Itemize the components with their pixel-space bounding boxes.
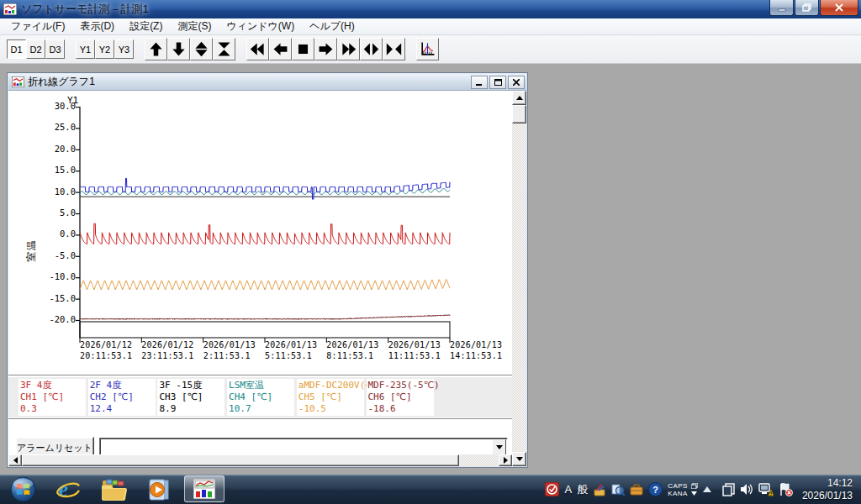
- y-tick-label: 0.0: [32, 228, 76, 239]
- show-hidden-icons-button[interactable]: [703, 486, 711, 492]
- expand-horizontal-button[interactable]: [360, 38, 383, 60]
- y-tick-label: 5.0: [32, 207, 76, 218]
- menu-item-1[interactable]: 表示(D): [72, 18, 122, 35]
- channel-id: CH6 [℃]: [368, 391, 432, 403]
- ime-tools-icon[interactable]: [593, 483, 606, 496]
- close-button[interactable]: [820, 0, 858, 16]
- graph-view-button[interactable]: [416, 38, 439, 60]
- d-button-d2[interactable]: D2: [26, 39, 45, 59]
- vscroll-up-button[interactable]: [512, 91, 526, 105]
- clock[interactable]: 14:12 2026/01/13: [802, 477, 853, 502]
- y-button-y3[interactable]: Y3: [114, 39, 134, 59]
- start-button[interactable]: [0, 475, 45, 504]
- stop-button[interactable]: [292, 38, 314, 60]
- d-button-d1[interactable]: D1: [7, 39, 26, 59]
- system-tray: A 般 ? CAPS KANA: [542, 475, 861, 504]
- rewind-button[interactable]: [246, 38, 269, 60]
- step-left-button[interactable]: [269, 38, 292, 60]
- taskbar-item-thermo-app-active[interactable]: [182, 475, 227, 504]
- compress-vertical-button[interactable]: [213, 38, 235, 60]
- x-tick-label: 2026/01/1220:11:53.1: [80, 339, 132, 361]
- toolbar: D1D2D3 Y1Y2Y3: [0, 35, 861, 64]
- graph-close-button[interactable]: [508, 76, 525, 89]
- vscroll-down-button[interactable]: [512, 452, 526, 466]
- channel-value: -18.6: [368, 403, 432, 415]
- graph-maximize-button[interactable]: [489, 76, 506, 89]
- channel-cell-3[interactable]: 3F -15度CH3 [℃]8.9: [157, 379, 224, 416]
- hscroll-thumb[interactable]: [22, 454, 459, 466]
- x-tick-label: 2026/01/1311:11:53.1: [388, 339, 441, 361]
- internet-explorer-icon: e: [55, 478, 81, 501]
- channel-panel: 3F 4度CH1 [℃]0.32F 4度CH2 [℃]12.43F -15度CH…: [8, 377, 512, 417]
- series-ch5: [80, 280, 450, 290]
- taskbar-item-media-player[interactable]: [136, 475, 182, 504]
- graph-window: 折れ線グラフ1 Y1 室温 30.025.020.015.010.05.00.0…: [7, 72, 528, 468]
- minimize-button[interactable]: [769, 0, 794, 16]
- ime-status-block[interactable]: CAPS KANA: [668, 482, 698, 497]
- y-tick-label: -10.0: [32, 271, 76, 281]
- x-tick-label: 2026/01/1314:11:53.1: [450, 339, 502, 361]
- menu-bar: ファイル(F)表示(D)設定(Z)測定(S)ウィンドウ(W)ヘルプ(H): [0, 18, 861, 35]
- toolbox-icon[interactable]: [630, 484, 643, 496]
- channel-id: CH4 [℃]: [229, 391, 293, 403]
- up-arrow-icon: [516, 96, 523, 100]
- menu-item-2[interactable]: 設定(Z): [122, 18, 170, 35]
- channel-cell-2[interactable]: 2F 4度CH2 [℃]12.4: [88, 379, 156, 416]
- restore-button[interactable]: [795, 0, 819, 16]
- vscroll-thumb[interactable]: [512, 105, 526, 123]
- x-tick-label: 2026/01/135:11:53.1: [265, 339, 317, 361]
- channel-value: 0.3: [20, 403, 84, 415]
- channel-id: CH5 [℃]: [298, 391, 362, 403]
- vertical-scrollbar[interactable]: [512, 91, 526, 466]
- channel-label: 3F 4度: [20, 380, 84, 391]
- d-button-d3[interactable]: D3: [45, 39, 65, 59]
- clock-date: 2026/01/13: [802, 490, 853, 502]
- caps-indicator: CAPS: [668, 482, 688, 490]
- graph-window-icon: [12, 76, 24, 87]
- action-center-icon[interactable]: [722, 483, 735, 496]
- horizontal-scrollbar[interactable]: [8, 454, 512, 466]
- step-right-button[interactable]: [314, 38, 337, 60]
- ime-input-mode[interactable]: A: [564, 483, 572, 496]
- menu-item-4[interactable]: ウィンドウ(W): [219, 18, 302, 35]
- taskbar-item-ie[interactable]: e: [45, 475, 91, 504]
- graph-window-titlebar[interactable]: 折れ線グラフ1: [8, 74, 526, 91]
- main-window-title: ソフトサーモ計測－計測1: [21, 2, 149, 17]
- menu-item-3[interactable]: 測定(S): [170, 18, 219, 35]
- security-tray-icon[interactable]: [545, 482, 559, 496]
- ime-dropdown-icon: [691, 491, 697, 496]
- volume-icon[interactable]: [740, 483, 753, 496]
- menu-item-5[interactable]: ヘルプ(H): [302, 18, 362, 35]
- clock-time: 14:12: [802, 477, 853, 490]
- channel-cell-6[interactable]: MDF-235(-5℃)CH6 [℃]-18.6: [367, 379, 434, 416]
- compress-horizontal-button[interactable]: [383, 38, 405, 60]
- ime-conversion-mode[interactable]: 般: [577, 482, 588, 497]
- fast-forward-button[interactable]: [337, 38, 360, 60]
- line-chart: [74, 107, 457, 349]
- channel-cell-5[interactable]: aMDF-DC200V(+7CH5 [℃]-10.5: [297, 379, 364, 416]
- y-tick-label: 25.0: [32, 122, 76, 132]
- y-tick-label: -5.0: [32, 250, 76, 260]
- expand-vertical-button[interactable]: [190, 38, 213, 60]
- menu-item-0[interactable]: ファイル(F): [3, 18, 72, 35]
- taskbar-item-explorer[interactable]: [91, 475, 136, 504]
- vscroll-track[interactable]: [512, 105, 526, 452]
- combo-dropdown-button[interactable]: [492, 439, 506, 455]
- graph-minimize-button[interactable]: [471, 76, 488, 89]
- hscroll-right-button[interactable]: [499, 454, 512, 466]
- active-app-highlight: [184, 475, 224, 502]
- channel-id: CH2 [℃]: [90, 391, 154, 403]
- range-selector-box[interactable]: [80, 322, 450, 338]
- scroll-down-button[interactable]: [167, 38, 190, 60]
- flag-notification-icon[interactable]: [779, 483, 793, 496]
- y-button-y1[interactable]: Y1: [76, 39, 95, 59]
- ime-pad-search-icon[interactable]: [611, 483, 625, 496]
- hscroll-left-button[interactable]: [8, 454, 22, 466]
- help-icon[interactable]: ?: [648, 482, 663, 496]
- channel-cell-1[interactable]: 3F 4度CH1 [℃]0.3: [18, 379, 86, 416]
- channel-cell-4[interactable]: LSM室温CH4 [℃]10.7: [227, 379, 294, 416]
- y-button-y2[interactable]: Y2: [95, 39, 114, 59]
- dropdown-arrow-icon: [496, 445, 503, 449]
- scroll-up-button[interactable]: [145, 38, 167, 60]
- network-status-icon[interactable]: [758, 483, 774, 496]
